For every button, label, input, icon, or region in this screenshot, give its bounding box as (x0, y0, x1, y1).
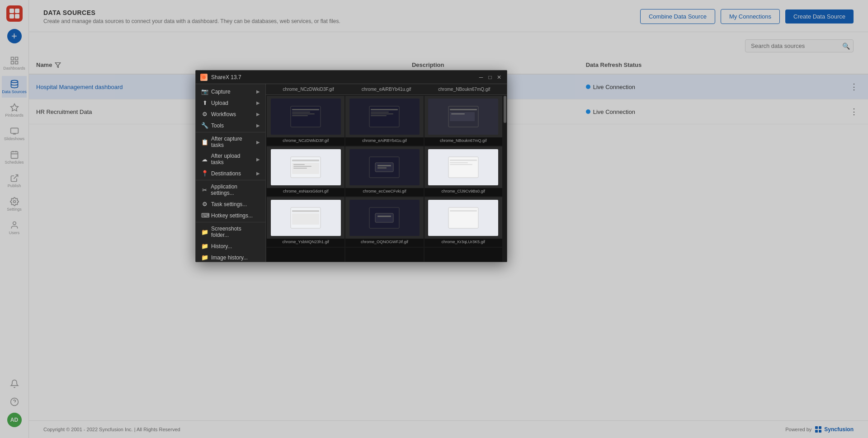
svg-point-13 (202, 75, 206, 79)
close-button[interactable]: ✕ (496, 74, 502, 80)
svg-rect-23 (371, 115, 387, 116)
sharex-menu-task-settings[interactable]: ⚙ Task settings... (196, 198, 265, 210)
sharex-image-cell[interactable]: chrome_esNaxsG6oH.gif (267, 146, 344, 196)
history-label: History... (211, 243, 232, 250)
col-label-2: chrome_NBoukn67mQ.gif (425, 86, 503, 93)
sharex-image-cell[interactable]: chrome_NBoukn67mQ.gif (425, 96, 502, 146)
minimize-button[interactable]: ─ (478, 74, 484, 80)
scroll-thumb[interactable] (504, 96, 506, 123)
capture-label: Capture (211, 89, 231, 95)
image-label: chrome_ClJ9Cv9Bs0.gif (440, 188, 487, 194)
sharex-image-cell[interactable]: chrome_Kr3qLUr3K5.gif (425, 197, 502, 247)
sharex-menu-hotkey-settings[interactable]: ⌨ Hotkey settings... (196, 210, 265, 221)
after-capture-icon: 📋 (201, 139, 208, 146)
sharex-image-cell[interactable] (345, 248, 423, 262)
svg-rect-17 (292, 113, 315, 114)
image-label: chrome_YsbMQN23h1.gif (280, 239, 331, 245)
task-settings-label: Task settings... (211, 201, 247, 207)
sharex-grid-header: chrome_NCzDWkiD3F.gif chrome_eAiRBYb41u.… (266, 84, 507, 95)
sharex-menu-capture[interactable]: 📷 Capture ▶ (196, 86, 265, 97)
svg-rect-29 (292, 160, 319, 161)
upload-icon: ⬆ (201, 99, 208, 106)
sharex-logo-icon (200, 74, 208, 81)
upload-label: Upload (211, 100, 228, 106)
svg-rect-44 (292, 213, 319, 225)
sharex-image-cell[interactable]: chrome_ClJ9Cv9Bs0.gif (425, 146, 502, 196)
hotkey-settings-icon: ⌨ (201, 212, 208, 219)
image-history-label: Image history... (211, 254, 248, 261)
workflows-arrow: ▶ (256, 112, 260, 117)
window-controls: ─ □ ✕ (478, 74, 502, 80)
sharex-menu-app-settings[interactable]: ✂ Application settings... (196, 181, 265, 198)
sharex-image-cell[interactable]: chrome_NCzDWkiD3F.gif (267, 96, 344, 146)
svg-rect-25 (450, 109, 477, 110)
sharex-thumbnail (345, 96, 423, 137)
capture-arrow: ▶ (256, 89, 260, 94)
sharex-menu-upload[interactable]: ⬆ Upload ▶ (196, 97, 265, 108)
sharex-menu-history[interactable]: 📁 History... (196, 240, 265, 252)
image-label: chrome_Kr3qLUr3K5.gif (440, 239, 487, 245)
tools-label: Tools (211, 122, 224, 129)
image-label: chrome_NBoukn67mQ.gif (438, 137, 489, 144)
after-upload-icon: ☁ (201, 156, 208, 163)
hotkey-settings-label: Hotkey settings... (211, 212, 253, 219)
svg-rect-20 (371, 109, 398, 110)
svg-rect-46 (375, 213, 393, 222)
scrollbar[interactable] (503, 95, 507, 262)
svg-rect-40 (450, 162, 468, 163)
tools-icon: 🔧 (201, 122, 208, 129)
sharex-window: ShareX 13.7 ─ □ ✕ 📷 Capture ▶ ⬆ Upload ▶… (195, 70, 507, 262)
sharex-menu-workflows[interactable]: ⚙ Workflows ▶ (196, 108, 265, 120)
workflows-icon: ⚙ (201, 111, 208, 118)
menu-divider-2 (196, 180, 265, 180)
sharex-thumbnail (425, 197, 502, 239)
maximize-button[interactable]: □ (487, 74, 493, 80)
svg-rect-33 (293, 168, 307, 169)
sharex-menu-after-upload[interactable]: ☁ After upload tasks ▶ (196, 151, 265, 168)
screenshots-folder-label: Screenshots folder... (211, 226, 260, 238)
after-upload-arrow: ▶ (256, 157, 260, 162)
sharex-menu-after-capture[interactable]: 📋 After capture tasks ▶ (196, 133, 265, 151)
svg-rect-31 (293, 164, 305, 165)
sharex-menu-tools[interactable]: 🔧 Tools ▶ (196, 120, 265, 131)
svg-rect-36 (377, 165, 391, 166)
image-label: chrome_NCzDWkiD3F.gif (281, 137, 330, 144)
image-label: chrome_OQNOGWFJIf.gif (359, 239, 410, 245)
svg-rect-37 (377, 167, 387, 169)
sharex-menu-screenshots-folder[interactable]: 📁 Screenshots folder... (196, 223, 265, 240)
history-icon: 📁 (201, 243, 208, 250)
sharex-body: 📷 Capture ▶ ⬆ Upload ▶ ⚙ Workflows ▶ 🔧 T… (196, 84, 507, 262)
after-capture-label: After capture tasks (211, 136, 254, 148)
sharex-image-cell[interactable]: chrome_ecCeeCFvki.gif (345, 146, 423, 196)
menu-divider (196, 132, 265, 132)
app-settings-icon: ✂ (201, 187, 208, 193)
sharex-title: ShareX 13.7 (211, 74, 474, 80)
svg-rect-16 (292, 112, 310, 113)
after-capture-arrow: ▶ (256, 140, 260, 145)
svg-rect-47 (377, 216, 391, 217)
task-settings-icon: ⚙ (201, 201, 208, 207)
sharex-thumbnail (345, 197, 423, 239)
sharex-menu-destinations[interactable]: 📍 Destinations ▶ (196, 168, 265, 179)
sharex-image-cell[interactable] (425, 248, 502, 262)
sharex-image-cell[interactable]: chrome_OQNOGWFJIf.gif (345, 197, 423, 247)
destinations-arrow: ▶ (256, 171, 260, 176)
sharex-menu: 📷 Capture ▶ ⬆ Upload ▶ ⚙ Workflows ▶ 🔧 T… (196, 84, 266, 262)
sharex-image-cell[interactable]: chrome_YsbMQN23h1.gif (267, 197, 344, 247)
destinations-label: Destinations (211, 170, 241, 177)
sharex-thumbnail (267, 96, 344, 137)
after-upload-label: After upload tasks (211, 153, 254, 165)
sharex-titlebar: ShareX 13.7 ─ □ ✕ (196, 71, 507, 84)
sharex-thumbnail (425, 96, 502, 137)
sharex-image-cell[interactable] (267, 248, 344, 262)
screenshots-folder-icon: 📁 (201, 229, 208, 235)
menu-divider-3 (196, 222, 265, 222)
sharex-thumbnail (267, 197, 344, 239)
svg-rect-39 (450, 160, 477, 161)
svg-rect-49 (450, 210, 477, 212)
sharex-menu-image-history[interactable]: 📁 Image history... (196, 252, 265, 262)
upload-arrow: ▶ (256, 100, 260, 105)
svg-rect-41 (450, 164, 472, 165)
sharex-image-cell[interactable]: chrome_eAiRBYb41u.gif (345, 96, 423, 146)
image-label: chrome_esNaxsG6oH.gif (281, 188, 330, 194)
